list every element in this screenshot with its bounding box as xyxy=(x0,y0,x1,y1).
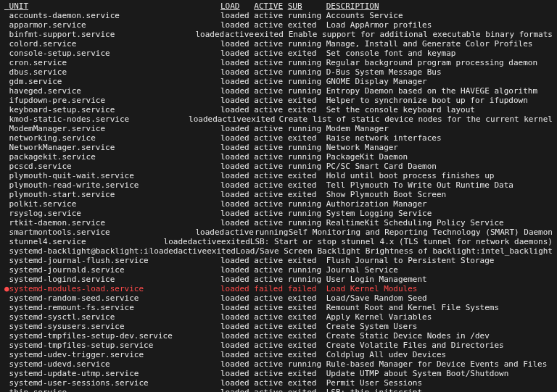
unit-name: colord.service xyxy=(9,39,220,49)
description: Remount Root and Kernel File Systems xyxy=(326,303,499,312)
status-dot-icon xyxy=(4,133,9,143)
unit-name: plymouth-quit-wait.service xyxy=(9,171,220,180)
sub-state: exited xyxy=(288,369,326,378)
load-state: loaded xyxy=(189,114,218,124)
unit-name: systemd-backlight@backlight:intel_backli… xyxy=(9,246,149,256)
terminal-output[interactable]: UNITLOADACTIVESUBDESCRIPTION accounts-da… xyxy=(0,0,557,392)
status-dot-icon xyxy=(4,124,9,133)
description: PC/SC Smart Card Daemon xyxy=(326,162,437,171)
service-row: dbus.serviceloadedactiverunningD-Bus Sys… xyxy=(4,67,553,77)
sub-state: running xyxy=(288,67,326,77)
load-state: loaded xyxy=(220,312,254,322)
load-state: loaded xyxy=(220,143,254,152)
status-dot-icon xyxy=(4,303,9,312)
header-sub: SUB xyxy=(288,1,326,11)
header-active: ACTIVE xyxy=(254,1,287,11)
active-state: active xyxy=(254,209,287,218)
status-dot-icon xyxy=(4,39,9,49)
load-state: loaded xyxy=(164,237,193,246)
load-state: loaded xyxy=(195,228,225,237)
description: Load/Save Screen Backlight Brightness of… xyxy=(236,246,553,256)
service-row: rsyslog.serviceloadedactiverunningSystem… xyxy=(4,209,553,218)
active-state: active xyxy=(254,312,287,322)
description: Rule-based Manager for Device Events and… xyxy=(326,359,548,369)
active-state: active xyxy=(254,378,287,388)
description: Flush Journal to Persistent Storage xyxy=(326,256,495,265)
load-state: loaded xyxy=(220,256,254,265)
service-row: NetworkManager.serviceloadedactiverunnin… xyxy=(4,143,553,152)
sub-state: exited xyxy=(288,341,326,350)
description: Load Kernel Modules xyxy=(326,284,418,293)
active-state: active xyxy=(254,322,287,331)
service-row: systemd-backlight@backlight:intel_backli… xyxy=(4,246,553,256)
description: Manage, Install and Generate Color Profi… xyxy=(326,39,533,49)
unit-name: smartmontools.service xyxy=(9,228,196,237)
unit-name: systemd-journald.service xyxy=(9,265,220,275)
service-row: systemd-remount-fs.serviceloadedactiveex… xyxy=(4,303,553,312)
description: System Logging Service xyxy=(326,209,432,218)
sub-state: exited xyxy=(288,96,326,105)
description: Create Volatile Files and Directories xyxy=(326,341,504,350)
sub-state: exited xyxy=(288,171,326,180)
service-row: packagekit.serviceloadedactiverunningPac… xyxy=(4,152,553,162)
status-dot-icon xyxy=(4,275,9,284)
unit-name: systemd-modules-load.service xyxy=(9,284,220,293)
load-state: loaded xyxy=(220,20,254,30)
active-state: active xyxy=(254,58,287,67)
load-state: loaded xyxy=(220,124,254,133)
sub-state: exited xyxy=(288,180,326,190)
description: Modem Manager xyxy=(326,124,389,133)
active-state: failed xyxy=(254,284,287,293)
sub-state: exited xyxy=(288,49,326,58)
load-state: loaded xyxy=(220,162,254,171)
active-state: active xyxy=(254,133,287,143)
status-dot-icon xyxy=(4,77,9,86)
sub-state: exited xyxy=(288,256,326,265)
active-state: active xyxy=(254,190,287,199)
active-state: active xyxy=(178,246,207,256)
service-row: accounts-daemon.serviceloadedactiverunni… xyxy=(4,11,553,20)
active-state: active xyxy=(254,359,287,369)
load-state: loaded xyxy=(220,11,254,20)
sub-state: running xyxy=(288,11,326,20)
unit-name: apparmor.service xyxy=(9,20,220,30)
active-state: active xyxy=(254,331,287,341)
service-row: gdm.serviceloadedactiverunningGNOME Disp… xyxy=(4,77,553,86)
service-row: haveged.serviceloadedactiverunningEntrop… xyxy=(4,86,553,96)
sub-state: exited xyxy=(288,378,326,388)
sub-state: exited xyxy=(288,293,326,303)
active-state: active xyxy=(254,124,287,133)
unit-name: packagekit.service xyxy=(9,152,220,162)
description: Set the console keyboard layout xyxy=(326,105,475,114)
service-row: systemd-logind.serviceloadedactiverunnin… xyxy=(4,275,553,284)
active-state: active xyxy=(254,96,287,105)
service-row: systemd-journal-flush.serviceloadedactiv… xyxy=(4,256,553,265)
status-dot-icon xyxy=(4,114,9,124)
description: Raise network interfaces xyxy=(326,133,442,143)
active-state: active xyxy=(254,369,287,378)
load-state: loaded xyxy=(220,49,254,58)
load-state: loaded xyxy=(220,265,254,275)
load-state: loaded xyxy=(220,331,254,341)
header-load: LOAD xyxy=(220,1,254,11)
sub-state: running xyxy=(288,77,326,86)
unit-name: haveged.service xyxy=(9,86,220,96)
active-state: active xyxy=(254,265,287,275)
active-state: active xyxy=(254,49,287,58)
unit-name: stunnel4.service xyxy=(9,237,164,246)
service-row: systemd-update-utmp.serviceloadedactivee… xyxy=(4,369,553,378)
sub-state: exited xyxy=(221,237,250,246)
service-row: plymouth-start.serviceloadedactiveexited… xyxy=(4,190,553,199)
sub-state: running xyxy=(288,58,326,67)
service-row: thin.serviceloadedactiveexitedLSB: thin … xyxy=(4,388,553,392)
description: Accounts Service xyxy=(326,11,403,20)
status-dot-icon xyxy=(4,341,9,350)
unit-name: console-setup.service xyxy=(9,49,220,58)
description: Create list of static device nodes for t… xyxy=(279,114,553,124)
active-state: active xyxy=(254,350,287,359)
unit-name: binfmt-support.service xyxy=(9,30,196,39)
service-row: smartmontools.serviceloadedactiverunning… xyxy=(4,228,553,237)
description: User Login Management xyxy=(326,275,427,284)
service-row: polkit.serviceloadedactiverunningAuthori… xyxy=(4,199,553,209)
description: Coldplug All udev Devices xyxy=(326,350,447,359)
